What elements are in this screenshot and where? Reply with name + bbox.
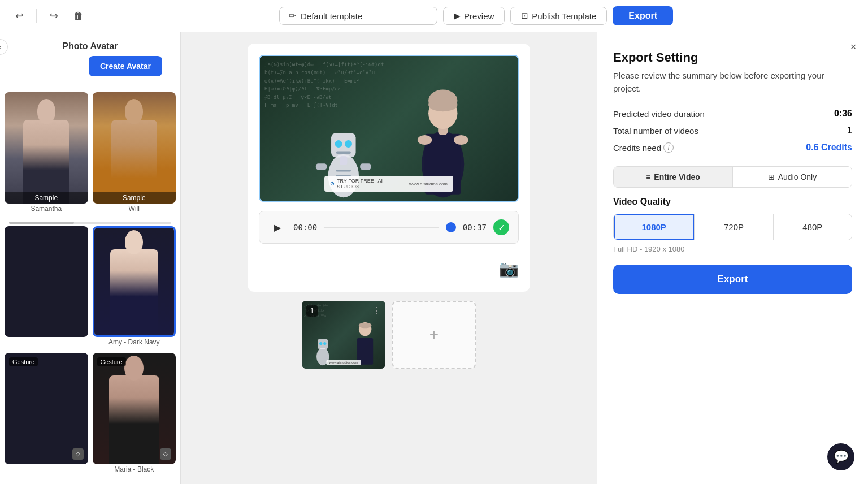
svg-rect-1: [331, 133, 356, 158]
chat-icon: 💬: [834, 450, 849, 464]
samantha-label: Samantha: [5, 204, 88, 217]
tab-audio-only[interactable]: ⊞ Audio Only: [733, 167, 852, 187]
summary-videos-row: Total number of videos 1: [613, 126, 852, 136]
svg-point-20: [319, 342, 322, 345]
avatar-card-gesture-blank[interactable]: Gesture ◇: [5, 353, 88, 464]
progress-dot[interactable]: [446, 222, 456, 232]
avatar-item-samantha: Sample Samantha: [5, 92, 88, 217]
thumb-number-1: 1: [306, 305, 318, 317]
slide-number-1: 1: [310, 307, 314, 315]
quality-1080p[interactable]: 1080P: [614, 214, 694, 240]
duration-label: Predicted video duration: [613, 109, 705, 119]
chat-bubble-button[interactable]: 💬: [827, 443, 854, 470]
summary-duration-row: Predicted video duration 0:36: [613, 109, 852, 119]
export-panel: × Export Setting Please review the summa…: [597, 32, 868, 484]
videos-label: Total number of videos: [613, 126, 698, 136]
credits-info-icon[interactable]: i: [663, 142, 674, 153]
amy-label: Amy - Dark Navy: [93, 337, 176, 351]
svg-rect-7: [336, 170, 351, 172]
main-content: ‹ Photo Avatar Create Avatar Sample: [0, 32, 868, 484]
play-icon: ▶: [454, 11, 461, 21]
thumbnails-row: ∫a(ω)sin(ωt)dωf(x)=Ae^(ikx)∂²u/∂t²=c²∇²u: [290, 301, 487, 380]
avatar-card-will[interactable]: Sample: [93, 92, 176, 204]
svg-rect-19: [318, 339, 328, 349]
credits-label: Credits need: [613, 143, 661, 153]
thumb-dots-1[interactable]: ⋮: [372, 305, 381, 316]
avatar-item-gesture-blank: Gesture ◇: [5, 353, 88, 478]
play-button[interactable]: ▶: [268, 218, 287, 236]
svg-rect-6: [361, 164, 372, 170]
svg-point-21: [323, 342, 326, 345]
preview-button[interactable]: ▶ Preview: [443, 7, 505, 25]
export-button-bottom[interactable]: Export: [613, 265, 852, 294]
avatar-item-will: Sample Will: [93, 92, 176, 217]
svg-rect-17: [428, 99, 457, 111]
redo-button[interactable]: ↪: [44, 6, 64, 26]
samantha-badge-label: Sample: [34, 194, 58, 202]
avatar-card-blank[interactable]: [5, 226, 88, 338]
avatar-card-samantha[interactable]: Sample: [5, 92, 88, 204]
watermark-url: www.aistudios.com: [409, 182, 448, 187]
quality-desc: Full HD - 1920 x 1080: [613, 245, 852, 253]
gesture-badge-maria: Gesture: [97, 357, 126, 366]
watermark-text: TRY FOR FREE | AI STUDIOS: [337, 178, 405, 189]
video-preview-container: ∫a(ω)sin(ωt+φ)dω f(ω)=∫f(t)e^(-iωt)dt b(…: [248, 44, 530, 292]
sidebar-title: Photo Avatar: [0, 32, 180, 56]
publish-template-button[interactable]: ⊡ Publish Template: [510, 7, 607, 25]
svg-point-2: [335, 140, 342, 148]
blank-label: [5, 337, 88, 343]
avatar-pair-2: Amy - Dark Navy: [0, 226, 180, 353]
avatar-item-blank: [5, 226, 88, 351]
avatar-card-maria[interactable]: Gesture ◇: [93, 353, 176, 464]
export-panel-desc: Please review the summary below before e…: [597, 70, 868, 109]
entire-video-label: Entire Video: [654, 172, 700, 182]
toolbar-divider-1: [36, 9, 37, 23]
current-time: 00:00: [293, 223, 317, 232]
quality-480p[interactable]: 480P: [774, 214, 852, 240]
toolbar: ↩ ↪ 🗑 ✏ Default template ▶ Preview ⊡ Pub…: [0, 0, 868, 32]
close-icon: ×: [850, 41, 857, 53]
canvas-scene: ∫a(ω)sin(ωt+φ)dω f(ω)=∫f(t)e^(-iωt)dt b(…: [260, 56, 518, 201]
video-frame: ∫a(ω)sin(ωt+φ)dω f(ω)=∫f(t)e^(-iωt)dt b(…: [259, 55, 519, 202]
tab-entire-video[interactable]: ≡ Entire Video: [614, 167, 732, 187]
export-btn-label: Export: [718, 274, 748, 284]
videos-value: 1: [847, 126, 852, 136]
svg-point-13: [454, 135, 468, 145]
duration-value: 0:36: [834, 109, 852, 119]
quality-section: Video Quality 1080P 720P 480P Full HD - …: [597, 197, 868, 253]
camera-off-icon: 📷: [499, 260, 519, 278]
template-name-input[interactable]: ✏ Default template: [279, 7, 437, 25]
toolbar-center: ✏ Default template ▶ Preview ⊡ Publish T…: [93, 6, 859, 25]
undo-button[interactable]: ↩: [9, 6, 29, 26]
svg-point-12: [418, 135, 432, 145]
avatar-item-maria: Gesture ◇ Maria - Black: [93, 353, 176, 478]
quality-options: 1080P 720P 480P: [613, 214, 852, 240]
diamond-icon-maria: ◇: [160, 448, 171, 460]
export-button-top[interactable]: Export: [613, 6, 673, 25]
template-name-label: Default template: [301, 11, 362, 21]
avatar-card-amy[interactable]: [93, 226, 176, 338]
avatar-pair-1: Sample Samantha Sample Will: [0, 92, 180, 219]
export-panel-close-button[interactable]: ×: [845, 39, 861, 55]
export-label-top: Export: [628, 11, 657, 20]
video-controls: ▶ 00:00 00:37 ✓: [259, 211, 519, 244]
diamond-icon-left: ◇: [72, 448, 84, 460]
canvas-area: ∫a(ω)sin(ωt+φ)dω f(ω)=∫f(t)e^(-iωt)dt b(…: [181, 32, 597, 484]
sidebar: ‹ Photo Avatar Create Avatar Sample: [0, 32, 181, 484]
check-icon: ✓: [493, 219, 509, 235]
create-avatar-button[interactable]: Create Avatar: [89, 56, 162, 76]
add-slide-button[interactable]: +: [392, 301, 476, 369]
export-type-tabs: ≡ Entire Video ⊞ Audio Only: [613, 166, 852, 188]
quality-720p[interactable]: 720P: [695, 214, 772, 240]
video-watermark: ⊙ TRY FOR FREE | AI STUDIOS www.aistudio…: [324, 176, 453, 192]
progress-bar[interactable]: [324, 227, 439, 228]
delete-button[interactable]: 🗑: [68, 6, 89, 26]
audio-only-icon: ⊞: [768, 172, 775, 182]
svg-rect-4: [336, 152, 351, 154]
thumbnail-1[interactable]: ∫a(ω)sin(ωt)dωf(x)=Ae^(ikx)∂²u/∂t²=c²∇²u: [302, 301, 385, 369]
gesture-badge-left: Gesture: [9, 357, 38, 366]
total-time: 00:37: [463, 223, 487, 232]
export-summary: Predicted video duration 0:36 Total numb…: [597, 109, 868, 162]
maria-label: Maria - Black: [93, 464, 176, 478]
avatar-pair-3: Gesture ◇ Gesture ◇ Maria - Black: [0, 353, 180, 480]
